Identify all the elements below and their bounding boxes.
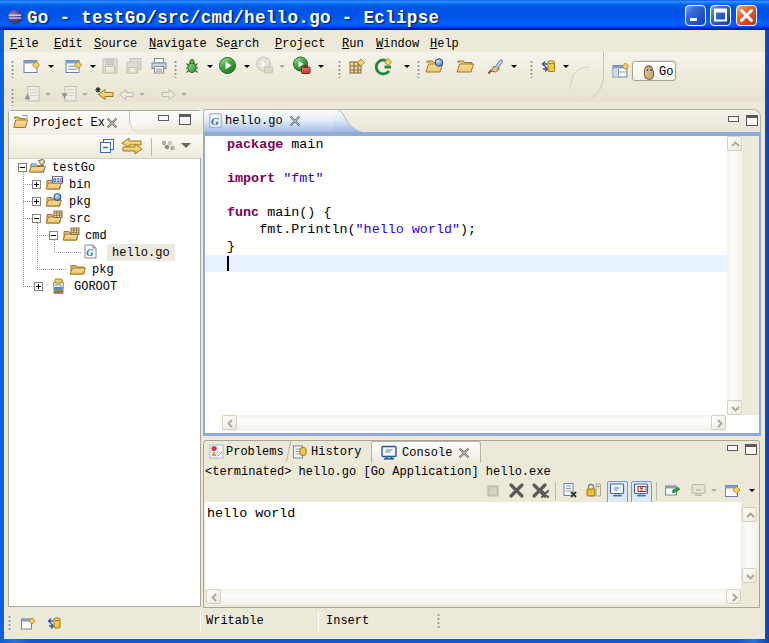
svg-text:G: G xyxy=(86,247,94,258)
svg-text:G: G xyxy=(211,115,219,127)
svg-text:010: 010 xyxy=(53,177,63,183)
